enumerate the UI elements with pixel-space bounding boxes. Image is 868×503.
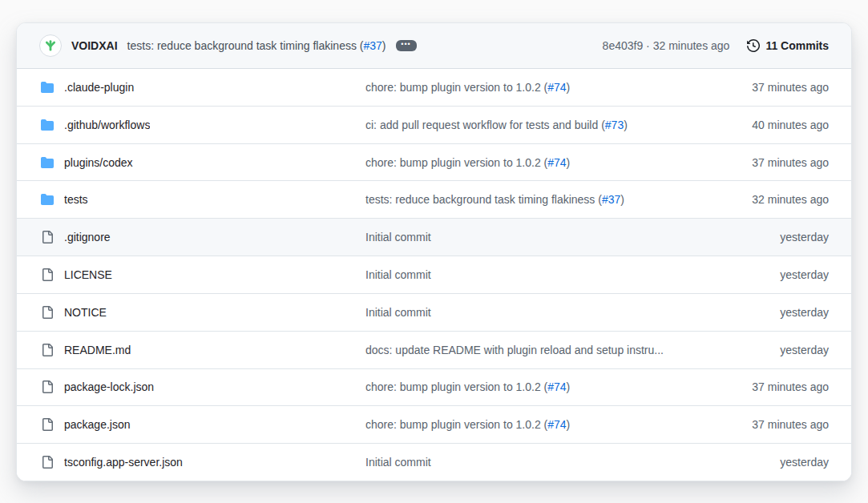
commit-message-link[interactable]: tests: reduce background task timing fla… [365, 193, 752, 206]
commit-message-cell: Initial commit [365, 306, 780, 319]
folder-icon [41, 119, 54, 131]
file-table: .claude-plugin chore: bump plugin versio… [17, 69, 851, 481]
commit-time: 37 minutes ago [752, 418, 829, 431]
commit-message-link[interactable]: chore: bump plugin version to 1.0.2 (#74… [365, 418, 752, 431]
commit-time: yesterday [780, 268, 829, 281]
pr-number-link[interactable]: #74 [547, 156, 566, 169]
commit-message-text: Initial commit [365, 456, 431, 469]
pr-number-link[interactable]: #74 [547, 380, 566, 393]
pr-number-link[interactable]: #37 [364, 39, 382, 52]
file-name-link[interactable]: README.md [64, 344, 131, 356]
file-name-cell: package-lock.json [41, 380, 365, 393]
file-name-link[interactable]: tsconfig.app-server.json [64, 456, 183, 469]
commit-message-text: Initial commit [365, 268, 431, 281]
pr-number-link[interactable]: #74 [547, 418, 566, 431]
latest-commit-header: VOIDXAI tests: reduce background task ti… [17, 23, 851, 69]
latest-commit-message-link[interactable]: tests: reduce background task timing fla… [127, 39, 386, 52]
commit-message-link[interactable]: chore: bump plugin version to 1.0.2 (#74… [365, 380, 752, 393]
commit-message-link[interactable]: Initial commit [365, 231, 780, 243]
commit-message-link[interactable]: docs: update README with plugin reload a… [365, 344, 780, 356]
commit-message-link[interactable]: Initial commit [365, 268, 780, 281]
pr-number-link[interactable]: #37 [602, 193, 620, 206]
commit-hash-link[interactable]: 8e403f9 [603, 39, 644, 52]
commit-message-cell: ci: add pull request workflow for tests … [365, 119, 752, 131]
pr-number-link[interactable]: #74 [547, 81, 566, 94]
commit-time: 32 minutes ago [653, 39, 730, 52]
commit-message-cell: chore: bump plugin version to 1.0.2 (#74… [365, 418, 752, 431]
file-name-link[interactable]: package-lock.json [64, 380, 154, 393]
commit-message-cell: tests: reduce background task timing fla… [365, 193, 752, 206]
commit-message-text: ci: add pull request workflow for tests … [365, 119, 605, 131]
folder-icon [41, 156, 54, 169]
commit-message-suffix: ) [567, 418, 571, 431]
folder-icon [41, 81, 54, 94]
commit-time: 37 minutes ago [752, 380, 829, 393]
commit-message-link[interactable]: Initial commit [365, 456, 780, 469]
commit-message-text: tests: reduce background task timing fla… [127, 39, 364, 52]
file-name-link[interactable]: .gitignore [64, 231, 111, 243]
file-name-link[interactable]: tests [64, 193, 88, 206]
commit-message-cell: chore: bump plugin version to 1.0.2 (#74… [365, 380, 752, 393]
meta-separator: · [643, 39, 652, 52]
commit-message-cell: chore: bump plugin version to 1.0.2 (#74… [365, 156, 752, 169]
commit-message-link[interactable]: Initial commit [365, 306, 780, 319]
file-name-link[interactable]: plugins/codex [64, 156, 133, 169]
commit-message-cell: Initial commit [365, 268, 780, 281]
table-row: LICENSE Initial commit yesterday [17, 256, 851, 294]
table-row: README.md docs: update README with plugi… [17, 332, 851, 369]
table-row: tests tests: reduce background task timi… [17, 181, 851, 219]
file-name-link[interactable]: package.json [64, 418, 131, 431]
file-name-link[interactable]: .github/workflows [64, 119, 150, 131]
file-name-cell: README.md [41, 344, 365, 356]
commit-time: 37 minutes ago [752, 156, 829, 169]
file-name-cell: .github/workflows [41, 119, 365, 131]
file-name-link[interactable]: NOTICE [64, 306, 107, 319]
commits-count-label: 11 Commits [765, 39, 829, 52]
commit-message-text: chore: bump plugin version to 1.0.2 ( [365, 81, 547, 94]
commit-details-toggle-button[interactable]: ••• [396, 40, 417, 51]
commit-time: 40 minutes ago [752, 119, 829, 131]
commit-time: yesterday [780, 231, 829, 243]
file-name-cell: LICENSE [41, 268, 365, 281]
file-icon [41, 306, 54, 319]
org-logo-icon [43, 38, 58, 53]
commit-message-link[interactable]: ci: add pull request workflow for tests … [365, 119, 752, 131]
latest-commit-meta: 8e403f9 · 32 minutes ago [603, 39, 730, 52]
owner-avatar[interactable] [39, 34, 62, 57]
commit-time: yesterday [780, 456, 829, 469]
file-name-cell: plugins/codex [41, 156, 365, 169]
table-row: package.json chore: bump plugin version … [17, 406, 851, 444]
commit-message-text: chore: bump plugin version to 1.0.2 ( [365, 380, 547, 393]
repo-file-browser: VOIDXAI tests: reduce background task ti… [16, 22, 852, 481]
commit-history-link[interactable]: 11 Commits [747, 39, 829, 52]
commit-message-suffix: ) [567, 156, 571, 169]
file-name-cell: tsconfig.app-server.json [41, 456, 365, 469]
table-row: tsconfig.app-server.json Initial commit … [17, 444, 851, 481]
commit-time: 32 minutes ago [752, 193, 829, 206]
commit-message-suffix: ) [382, 39, 386, 52]
file-icon [41, 268, 54, 281]
commit-message-text: Initial commit [365, 231, 431, 243]
pr-number-link[interactable]: #73 [605, 119, 624, 131]
file-name-cell: NOTICE [41, 306, 365, 319]
commit-message-link[interactable]: chore: bump plugin version to 1.0.2 (#74… [365, 156, 752, 169]
history-clock-icon [747, 39, 765, 52]
file-name-link[interactable]: .claude-plugin [64, 81, 134, 94]
commit-message-link[interactable]: chore: bump plugin version to 1.0.2 (#74… [365, 81, 752, 94]
file-name-link[interactable]: LICENSE [64, 268, 112, 281]
file-name-cell: tests [41, 193, 365, 206]
owner-name-link[interactable]: VOIDXAI [71, 39, 118, 52]
file-name-cell: .gitignore [41, 231, 365, 243]
commit-time: 37 minutes ago [752, 81, 829, 94]
commit-message-suffix: ) [624, 119, 628, 131]
commit-message-text: chore: bump plugin version to 1.0.2 ( [365, 418, 547, 431]
commit-message-cell: Initial commit [365, 456, 780, 469]
commit-message-text: tests: reduce background task timing fla… [365, 193, 602, 206]
table-row: .claude-plugin chore: bump plugin versio… [17, 69, 851, 107]
commit-message-cell: chore: bump plugin version to 1.0.2 (#74… [365, 81, 752, 94]
commit-time: yesterday [780, 306, 829, 319]
table-row: package-lock.json chore: bump plugin ver… [17, 369, 851, 407]
table-row: plugins/codex chore: bump plugin version… [17, 144, 851, 182]
table-row: .github/workflows ci: add pull request w… [17, 107, 851, 144]
table-row: NOTICE Initial commit yesterday [17, 294, 851, 332]
